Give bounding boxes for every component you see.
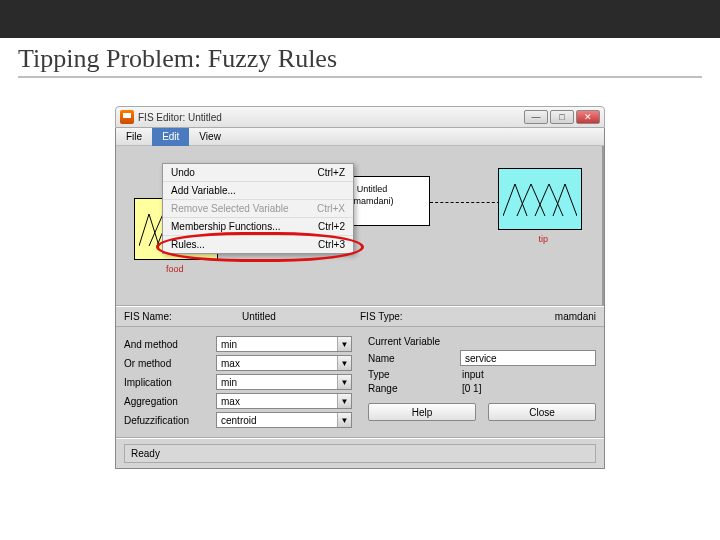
fis-editor-window: FIS Editor: Untitled — □ ✕ File Edit Vie… xyxy=(115,106,605,469)
var-name-label: Name xyxy=(368,353,460,364)
chevron-down-icon: ▼ xyxy=(337,337,351,351)
menu-view[interactable]: View xyxy=(189,128,231,146)
connector-rule-output xyxy=(430,202,500,203)
menu-undo-shortcut: Ctrl+Z xyxy=(318,167,346,178)
minimize-button[interactable]: — xyxy=(524,110,548,124)
implication-select[interactable]: min▼ xyxy=(216,374,352,390)
chevron-down-icon: ▼ xyxy=(337,375,351,389)
menu-rules-label: Rules... xyxy=(171,239,205,250)
or-method-label: Or method xyxy=(124,358,216,369)
help-button[interactable]: Help xyxy=(368,403,476,421)
statusbar: Ready xyxy=(116,438,604,468)
fis-info-row: FIS Name: Untitled FIS Type: mamdani xyxy=(116,306,604,327)
props-right-column: Current Variable Name service Type input… xyxy=(360,327,604,437)
slide-title: Tipping Problem: Fuzzy Rules xyxy=(0,38,720,76)
matlab-icon xyxy=(120,110,134,124)
chevron-down-icon: ▼ xyxy=(337,413,351,427)
fis-type-value: mamdani xyxy=(478,311,596,322)
or-method-select[interactable]: max▼ xyxy=(216,355,352,371)
edit-menu-dropdown: Undo Ctrl+Z Add Variable... Remove Selec… xyxy=(162,163,354,254)
chevron-down-icon: ▼ xyxy=(337,356,351,370)
window-title: FIS Editor: Untitled xyxy=(138,112,222,123)
properties-panel: And method min▼ Or method max▼ Implicati… xyxy=(116,327,604,438)
aggregation-select[interactable]: max▼ xyxy=(216,393,352,409)
fis-name-label: FIS Name: xyxy=(124,311,242,322)
var-range-value: [0 1] xyxy=(460,383,596,394)
close-button[interactable]: Close xyxy=(488,403,596,421)
menu-add-variable-label: Add Variable... xyxy=(171,185,236,196)
menu-rules[interactable]: Rules... Ctrl+3 xyxy=(163,235,353,253)
menu-add-variable[interactable]: Add Variable... xyxy=(163,181,353,199)
and-method-label: And method xyxy=(124,339,216,350)
menubar: File Edit View xyxy=(116,128,604,146)
fis-name-value: Untitled xyxy=(242,311,360,322)
output-var-tip[interactable] xyxy=(498,168,582,230)
implication-label: Implication xyxy=(124,377,216,388)
var-type-label: Type xyxy=(368,369,460,380)
var-range-label: Range xyxy=(368,383,460,394)
menu-undo[interactable]: Undo Ctrl+Z xyxy=(163,164,353,181)
menu-file[interactable]: File xyxy=(116,128,152,146)
status-text: Ready xyxy=(124,444,596,463)
menu-edit[interactable]: Edit xyxy=(152,128,189,146)
menu-mf-label: Membership Functions... xyxy=(171,221,281,232)
input-label-food: food xyxy=(166,264,184,274)
close-window-button[interactable]: ✕ xyxy=(576,110,600,124)
maximize-button[interactable]: □ xyxy=(550,110,574,124)
fis-type-label: FIS Type: xyxy=(360,311,478,322)
menu-remove-variable-label: Remove Selected Variable xyxy=(171,203,289,214)
current-variable-header: Current Variable xyxy=(368,336,460,347)
menu-remove-variable: Remove Selected Variable Ctrl+X xyxy=(163,199,353,217)
menu-mf-shortcut: Ctrl+2 xyxy=(318,221,345,232)
props-left-column: And method min▼ Or method max▼ Implicati… xyxy=(116,327,360,437)
menu-remove-variable-shortcut: Ctrl+X xyxy=(317,203,345,214)
menu-membership-functions[interactable]: Membership Functions... Ctrl+2 xyxy=(163,217,353,235)
defuzzification-label: Defuzzification xyxy=(124,415,216,426)
menu-rules-shortcut: Ctrl+3 xyxy=(318,239,345,250)
titlebar[interactable]: FIS Editor: Untitled — □ ✕ xyxy=(115,106,605,128)
menu-undo-label: Undo xyxy=(171,167,195,178)
output-label-tip: tip xyxy=(538,234,548,244)
and-method-select[interactable]: min▼ xyxy=(216,336,352,352)
defuzzification-select[interactable]: centroid▼ xyxy=(216,412,352,428)
slide-top-bar xyxy=(0,0,720,38)
chevron-down-icon: ▼ xyxy=(337,394,351,408)
aggregation-label: Aggregation xyxy=(124,396,216,407)
slide-title-underline xyxy=(18,76,702,78)
diagram-canvas: food Untitled (mamdani) tip Undo Ctrl+Z xyxy=(116,146,604,306)
mf-icon-output xyxy=(503,180,577,218)
var-type-value: input xyxy=(460,369,596,380)
var-name-field[interactable]: service xyxy=(460,350,596,366)
